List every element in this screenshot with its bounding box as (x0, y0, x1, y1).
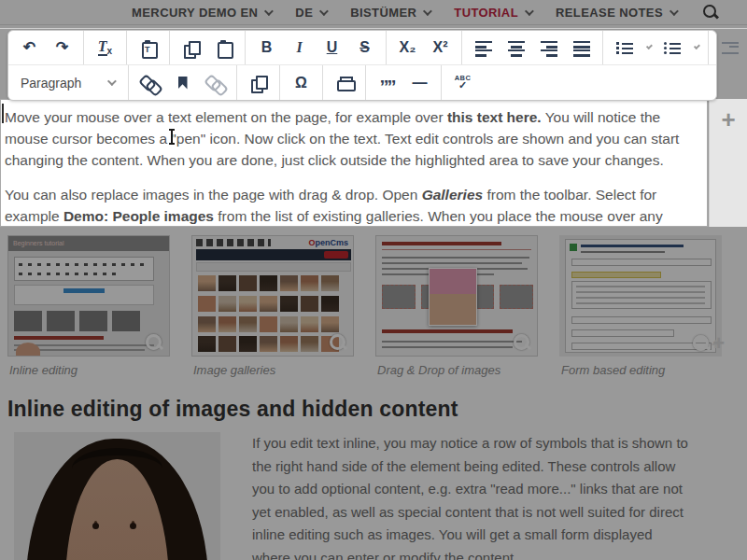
toolbar-group: ABC✓ (442, 65, 484, 100)
toolbar-group: Ω (280, 65, 323, 100)
strikethrough-icon: S (359, 40, 370, 55)
toolbar-group (323, 65, 366, 100)
superscript-button[interactable]: X² (424, 33, 457, 63)
rich-text-editor[interactable]: Move your mouse over a text element on t… (0, 99, 708, 227)
bold-button[interactable]: B (250, 33, 283, 63)
anchor-icon (178, 77, 188, 90)
align-left-icon (475, 40, 492, 55)
chevron-down-icon (525, 7, 534, 16)
toolbar-group (709, 31, 747, 64)
zoom-icon (693, 335, 707, 349)
bullet-list-icon (664, 41, 681, 55)
toolbar-group: ↶↷ (8, 31, 84, 64)
undo-icon: ↶ (23, 40, 35, 55)
nav-item-de[interactable]: DE (295, 6, 326, 20)
site-header: MERCURY DEMO ENDEBISTÜMERTUTORIALRELEASE… (0, 0, 747, 29)
toolbar-group: X₂X² (387, 31, 462, 64)
thumbnail-mockup: + (559, 235, 722, 357)
nav-item-tutorial[interactable]: TUTORIAL (454, 6, 531, 20)
link-icon (142, 75, 159, 91)
thumbnail-mockup (375, 235, 538, 357)
zoom-icon (514, 334, 528, 348)
nav-item-bist-mer[interactable]: BISTÜMER (350, 6, 430, 20)
thumbnail-form-editing[interactable]: + Form based editing (559, 235, 722, 377)
paste-button[interactable] (207, 33, 240, 63)
mini-filter (196, 262, 351, 272)
mini-face-grid (198, 275, 349, 354)
align-justify-button[interactable] (565, 33, 598, 63)
zoom-icon (330, 334, 344, 348)
toolbar-group: BIUS (246, 31, 387, 64)
toolbar-group (603, 31, 709, 64)
nav-item-label: DE (295, 6, 313, 20)
mini-heading (14, 336, 104, 340)
anchor-button[interactable] (166, 67, 199, 98)
paragraph-format-label: Paragraph (21, 76, 81, 91)
toolbar-group: Paragraph (8, 65, 129, 100)
mini-text-block (14, 285, 154, 305)
blockquote-button[interactable]: ”” (371, 67, 403, 98)
copy-button[interactable] (175, 33, 207, 63)
mini-icons (196, 239, 271, 246)
nav-items: MERCURY DEMO ENDEBISTÜMERTUTORIALRELEASE… (132, 6, 676, 20)
horizontal-rule-button[interactable]: — (403, 67, 436, 98)
article-text: If you edit text inline, you may notice … (252, 432, 693, 560)
toolbar-group (170, 31, 246, 64)
nav-item-mercury-demo-en[interactable]: MERCURY DEMO EN (132, 6, 271, 20)
clear-formatting-button[interactable]: Tx (89, 33, 121, 63)
add-content-button-dimmed[interactable]: + (712, 331, 725, 356)
toolbar-row-2: ParagraphΩ””—ABC✓ (8, 65, 716, 100)
mini-dragged-photo (429, 268, 477, 326)
add-content-button[interactable]: + (721, 107, 735, 132)
undo-button[interactable]: ↶ (13, 33, 46, 63)
chevron-down-icon (669, 7, 679, 16)
insert-link-button[interactable] (134, 67, 166, 98)
subscript-icon: X₂ (400, 40, 416, 55)
special-character-button[interactable]: Ω (285, 67, 317, 98)
align-justify-icon (573, 40, 590, 55)
mini-thumbs (14, 311, 140, 331)
zoom-icon (146, 334, 160, 348)
nav-item-label: RELEASE NOTES (556, 6, 663, 20)
pages-icon (251, 76, 265, 90)
bold-icon: B (261, 40, 273, 55)
bullet-list-button[interactable] (655, 33, 688, 63)
numbered-list-button[interactable] (608, 33, 641, 63)
nav-item-label: BISTÜMER (350, 6, 416, 20)
thumbnail-caption: Form based editing (559, 363, 722, 377)
paste-as-text-button[interactable]: T (132, 33, 164, 63)
search-icon[interactable] (700, 2, 721, 22)
align-center-button[interactable] (500, 33, 532, 63)
bullet-list-options-chevron[interactable] (688, 33, 703, 63)
nav-item-release-notes[interactable]: RELEASE NOTES (556, 6, 676, 20)
align-left-button[interactable] (467, 33, 500, 63)
italic-button[interactable]: I (283, 33, 316, 63)
align-right-button[interactable] (532, 33, 565, 63)
paragraph-format-dropdown[interactable]: Paragraph (13, 67, 123, 98)
toolbar-group: Tx (84, 31, 127, 64)
toolbar-group: ””— (366, 65, 442, 100)
subscript-button[interactable]: X₂ (391, 33, 424, 63)
spellcheck-button[interactable]: ABC✓ (446, 67, 479, 98)
chevron-down-icon (264, 7, 274, 16)
numbered-list-options-chevron[interactable] (641, 33, 655, 63)
thumbnail-inline-editing[interactable]: Beginners tutorial Inline editing (7, 235, 170, 377)
paragraph: If you edit text inline, you may notice … (252, 432, 693, 560)
strikethrough-button[interactable]: S (348, 33, 381, 63)
print-button[interactable] (328, 67, 360, 98)
clear-formatting-icon: Tx (98, 39, 112, 56)
paragraph: Move your mouse over a text element on t… (5, 106, 694, 171)
thumbnail-image-galleries[interactable]: OpenCms Image galleries (191, 235, 354, 377)
text-segment: Galleries (422, 187, 484, 203)
nav-item-label: TUTORIAL (454, 6, 518, 20)
mini-opencms-logo: OpenCms (308, 238, 348, 247)
outdent-button (713, 33, 746, 63)
toolbar-group (237, 65, 280, 100)
mini-window-title: Beginners tutorial (8, 236, 169, 251)
chevron-down-icon (107, 77, 117, 86)
redo-button[interactable]: ↷ (46, 33, 78, 63)
thumbnail-drag-drop[interactable]: Drag & Drop of images (375, 235, 538, 377)
underline-button[interactable]: U (316, 33, 348, 63)
omega-icon: Ω (295, 76, 307, 91)
select-file-button[interactable] (242, 67, 275, 98)
